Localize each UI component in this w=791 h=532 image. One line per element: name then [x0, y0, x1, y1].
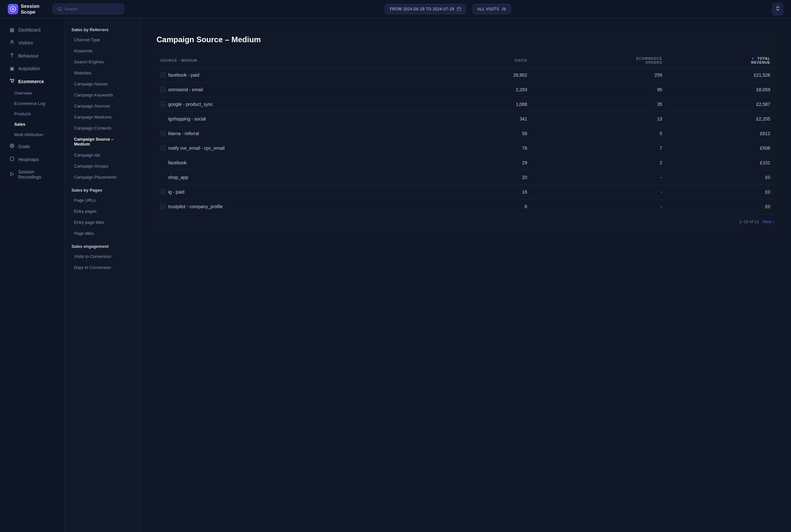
search-bar[interactable]: Search [53, 4, 124, 14]
svg-point-5 [11, 40, 13, 42]
svg-rect-2 [457, 7, 461, 11]
cell-revenue: £0 [666, 170, 774, 185]
sidebar-sub-ecommerce-log[interactable]: Ecommerce Log [3, 98, 62, 109]
subnav-search-engines[interactable]: Search Engines [67, 57, 137, 67]
visitors-icon [9, 40, 15, 46]
sidebar-item-dashboard[interactable]: ▦ Dashboard [3, 24, 62, 36]
cell-visits: 16 [444, 185, 531, 200]
sidebar-sub-overview[interactable]: Overview [3, 88, 62, 98]
sidebar-sub-multi-attribution[interactable]: Multi Attribution [3, 130, 62, 140]
sidebar: ▦ Dashboard Visitors Behaviour ▣ Acquisi… [0, 18, 65, 532]
cell-visits: 58 [444, 126, 531, 141]
expand-button[interactable]: + [160, 146, 166, 151]
sidebar-item-behaviour[interactable]: Behaviour [3, 50, 62, 62]
cell-source: +ig - paid [156, 185, 444, 200]
subnav-campaign-placements[interactable]: Campaign Placements [67, 172, 137, 183]
sidebar-item-acquisition[interactable]: ▣ Acquisition [3, 62, 62, 75]
search-placeholder: Search [65, 6, 78, 12]
subnav-campaign-groups[interactable]: Campaign Groups [67, 161, 137, 171]
sidebar-label-ecommerce: Ecommerce [18, 79, 44, 84]
sub-label-ecommerce-log: Ecommerce Log [14, 101, 45, 106]
subnav-campaign-contents[interactable]: Campaign Contents [67, 123, 137, 133]
subnav-entry-page-titles[interactable]: Entry page titles [67, 217, 137, 228]
cell-source: +google - product_sync [156, 97, 444, 112]
sidebar-item-visitors[interactable]: Visitors [3, 36, 62, 49]
cell-source: +omnisend - email [156, 82, 444, 97]
main-layout: ▦ Dashboard Visitors Behaviour ▣ Acquisi… [0, 18, 791, 532]
expand-button[interactable]: + [160, 204, 166, 209]
dashboard-icon: ▦ [9, 27, 15, 33]
subnav-section-pages-title: Sales by Pages [65, 185, 139, 194]
cell-visits: 20 [444, 170, 531, 185]
expand-button[interactable]: + [160, 102, 166, 107]
subnav-page-urls[interactable]: Page URLs [67, 195, 137, 206]
table-row: +ig - paid16-£0 [156, 185, 774, 200]
subnav-campaign-sources[interactable]: Campaign Sources [67, 101, 137, 111]
table-row: +trustpilot - company_profile6-£0 [156, 200, 774, 214]
cell-revenue: £8,059 [666, 82, 774, 97]
collapse-button[interactable] [772, 3, 783, 15]
subnav-keywords[interactable]: Keywords [67, 45, 137, 56]
sidebar-item-ecommerce[interactable]: Ecommerce [3, 75, 62, 88]
svg-point-3 [503, 7, 504, 9]
topbar-center: FROM 2024-06-29 TO 2024-07-28 ALL VISITS [124, 4, 772, 14]
subnav-campaign-mediums[interactable]: Campaign Mediums [67, 112, 137, 122]
logo: Session Scope [8, 3, 40, 15]
col-visits[interactable]: VISITS [444, 53, 531, 68]
table-row: +facebook - paid26,902259£21,526 [156, 68, 774, 82]
sidebar-sub-sales[interactable]: Sales [3, 119, 62, 129]
sidebar-item-heatmaps[interactable]: Heatmaps [3, 153, 62, 166]
expand-button[interactable]: + [160, 189, 166, 194]
cell-visits: 341 [444, 112, 531, 126]
cell-orders: - [531, 185, 666, 200]
col-total-revenue[interactable]: ▼ TOTALREVENUE [666, 53, 774, 68]
goals-icon [9, 143, 15, 149]
sidebar-label-visitors: Visitors [18, 40, 33, 45]
heatmaps-icon [9, 156, 15, 163]
cell-source: igshopping - social [156, 112, 444, 126]
expand-button[interactable]: + [160, 72, 166, 78]
content-panel: Campaign Source – Medium SOURCE - MEDIUM… [148, 26, 783, 233]
subnav-campaign-source-medium[interactable]: Campaign Source –Medium [67, 134, 137, 149]
cell-visits: 6 [444, 200, 531, 214]
cell-visits: 26,902 [444, 68, 531, 82]
sidebar-sub-products[interactable]: Products [3, 109, 62, 119]
table-row: +klarna - referral585£612 [156, 126, 774, 141]
subnav-days-to-conversion[interactable]: Days to Conversion [67, 262, 137, 273]
subnav-websites[interactable]: Websites [67, 68, 137, 78]
sidebar-item-goals[interactable]: Goals [3, 140, 62, 153]
cell-orders: 5 [531, 126, 666, 141]
subnav-panel: Sales by Referrers Channel Type Keywords… [65, 18, 140, 532]
table-row: igshopping - social34113£2,205 [156, 112, 774, 126]
subnav-visits-to-conversion[interactable]: Visits to Conversion [67, 251, 137, 262]
subnav-campaign-keywords[interactable]: Campaign Keywords [67, 90, 137, 100]
sidebar-label-goals: Goals [18, 144, 30, 149]
subnav-campaign-ids[interactable]: Campaign Ids [67, 150, 137, 160]
table-row: +notify me_email - cpc_email767£506 [156, 141, 774, 156]
segment-text: ALL VISITS [477, 7, 499, 12]
data-table: SOURCE - MEDIUM VISITS ECOMMERCEORDERS ▼… [156, 53, 774, 214]
cell-revenue: £101 [666, 156, 774, 170]
cell-visits: 76 [444, 141, 531, 156]
pagination-info: 1–10 of 12 [739, 219, 759, 224]
subnav-page-titles[interactable]: Page titles [67, 228, 137, 239]
cell-orders: - [531, 170, 666, 185]
col-ecommerce-orders[interactable]: ECOMMERCEORDERS [531, 53, 666, 68]
session-recordings-icon [9, 172, 15, 177]
users-icon [502, 7, 506, 12]
segment-button[interactable]: ALL VISITS [472, 4, 511, 14]
logo-text: Session Scope [21, 3, 40, 15]
subnav-entry-pages[interactable]: Entry pages [67, 206, 137, 216]
cell-visits: 29 [444, 156, 531, 170]
date-range-text: FROM 2024-06-29 TO 2024-07-28 [390, 7, 454, 12]
sidebar-item-session-recordings[interactable]: Session Recordings [3, 166, 62, 183]
cell-revenue: £506 [666, 141, 774, 156]
cell-source: shop_app [156, 170, 444, 185]
subnav-campaign-names[interactable]: Campaign Names [67, 79, 137, 89]
date-range-button[interactable]: FROM 2024-06-29 TO 2024-07-28 [385, 4, 466, 14]
subnav-channel-type[interactable]: Channel Type [67, 34, 137, 45]
cell-revenue: £0 [666, 200, 774, 214]
expand-button[interactable]: + [160, 87, 166, 92]
next-button[interactable]: Next › [763, 219, 774, 224]
expand-button[interactable]: + [160, 131, 166, 136]
